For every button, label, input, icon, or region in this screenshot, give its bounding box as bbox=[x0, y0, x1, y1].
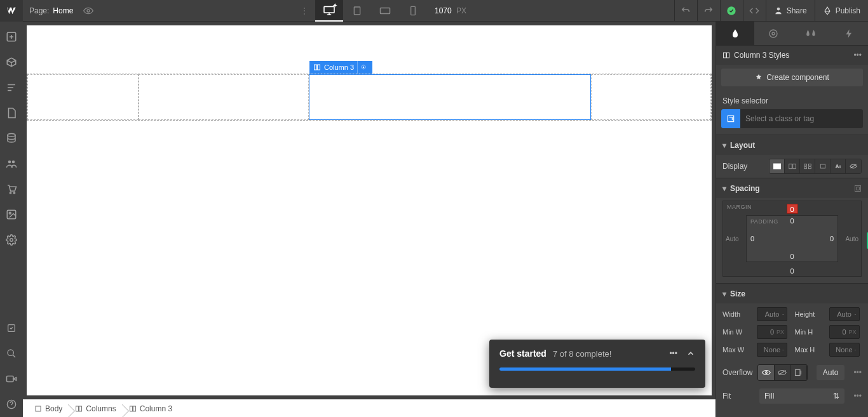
toast-collapse-icon[interactable] bbox=[686, 349, 695, 358]
publish-button[interactable]: Publish bbox=[815, 0, 868, 21]
status-ok-icon[interactable] bbox=[720, 0, 743, 22]
create-component-button[interactable]: Create component bbox=[721, 69, 863, 86]
margin-top-input[interactable]: 0 bbox=[787, 204, 798, 214]
svg-point-22 bbox=[362, 67, 364, 69]
preview-icon[interactable] bbox=[83, 6, 93, 16]
display-inline-block[interactable] bbox=[815, 159, 831, 173]
webflow-logo[interactable] bbox=[0, 0, 23, 22]
more-icon[interactable]: ⋮ bbox=[294, 6, 315, 15]
share-button[interactable]: Share bbox=[766, 0, 815, 21]
svg-rect-25 bbox=[79, 406, 82, 411]
pages-icon[interactable] bbox=[0, 100, 23, 126]
svg-rect-44 bbox=[796, 370, 801, 376]
tab-style[interactable] bbox=[716, 22, 754, 45]
svg-point-10 bbox=[12, 161, 15, 164]
display-inline[interactable] bbox=[831, 159, 846, 173]
overflow-scroll[interactable] bbox=[790, 365, 806, 380]
tab-interactions[interactable] bbox=[792, 22, 831, 45]
display-block[interactable] bbox=[770, 159, 785, 173]
device-desktop[interactable]: ✦ bbox=[315, 0, 343, 22]
breadcrumb-columns[interactable]: Columns bbox=[69, 404, 122, 413]
export-code-icon[interactable] bbox=[743, 0, 766, 22]
min-height-input[interactable]: 0PX bbox=[829, 325, 860, 339]
fit-select[interactable]: Fill ⇅ bbox=[759, 388, 844, 404]
padding-bottom-input[interactable]: 0 bbox=[790, 253, 794, 260]
padding-left-input[interactable]: 0 bbox=[750, 235, 754, 242]
svg-rect-26 bbox=[130, 406, 132, 411]
svg-rect-30 bbox=[724, 53, 726, 58]
column-2[interactable] bbox=[139, 74, 309, 120]
spacing-editor[interactable]: MARGIN 0 0 Auto Auto PADDING 0 0 0 0 bbox=[722, 201, 862, 277]
selection-tag[interactable]: Column 3 bbox=[309, 61, 372, 74]
margin-right-auto[interactable]: Auto bbox=[845, 235, 858, 242]
selection-settings-icon[interactable] bbox=[357, 61, 369, 74]
users-icon[interactable] bbox=[0, 151, 23, 176]
svg-rect-4 bbox=[411, 6, 416, 15]
size-section-header[interactable]: ▾Size bbox=[716, 283, 868, 303]
spacing-section-header[interactable]: ▾Spacing bbox=[716, 178, 868, 198]
navigator-icon[interactable] bbox=[0, 75, 23, 100]
svg-rect-33 bbox=[773, 164, 781, 169]
svg-rect-32 bbox=[728, 116, 733, 121]
device-tablet[interactable] bbox=[343, 0, 371, 22]
padding-right-input[interactable]: 0 bbox=[830, 235, 834, 242]
fit-more-icon[interactable]: ••• bbox=[853, 392, 862, 400]
help-icon[interactable] bbox=[0, 392, 23, 417]
video-tutorials-icon[interactable] bbox=[0, 366, 23, 392]
breadcrumb-body[interactable]: Body bbox=[28, 404, 69, 413]
cms-icon[interactable] bbox=[0, 126, 23, 151]
margin-bottom-input[interactable]: 0 bbox=[790, 267, 794, 275]
svg-rect-41 bbox=[855, 185, 861, 191]
styles-more-icon[interactable]: ••• bbox=[853, 51, 862, 60]
style-panel: Column 3 Styles ••• Create component Sty… bbox=[715, 22, 868, 417]
overflow-more-icon[interactable]: ••• bbox=[853, 368, 862, 377]
page-selector[interactable]: Page: Home bbox=[23, 6, 79, 15]
symbols-icon[interactable] bbox=[0, 50, 23, 75]
column-4[interactable] bbox=[591, 74, 711, 120]
device-mobile[interactable] bbox=[399, 0, 427, 22]
breadcrumb-bar: Body Columns Column 3 bbox=[23, 399, 715, 417]
styles-header: Column 3 Styles ••• bbox=[716, 46, 868, 65]
canvas-width[interactable]: 1070 PX bbox=[427, 6, 474, 15]
display-label: Display bbox=[722, 162, 754, 171]
settings-icon[interactable] bbox=[0, 227, 23, 253]
toast-more-icon[interactable]: ••• bbox=[669, 349, 677, 358]
max-width-input[interactable]: None- bbox=[757, 343, 787, 357]
display-grid[interactable] bbox=[800, 159, 815, 173]
undo-icon[interactable] bbox=[674, 0, 697, 22]
breadcrumb-column3[interactable]: Column 3 bbox=[123, 404, 179, 413]
margin-left-auto[interactable]: Auto bbox=[726, 235, 739, 242]
overflow-hidden[interactable] bbox=[775, 365, 790, 380]
overflow-visible[interactable] bbox=[758, 365, 774, 380]
ecommerce-icon[interactable] bbox=[0, 176, 23, 202]
columns-element[interactable]: Column 3 bbox=[27, 74, 712, 121]
max-height-input[interactable]: None- bbox=[829, 343, 860, 357]
tab-settings[interactable] bbox=[754, 22, 792, 45]
svg-rect-23 bbox=[36, 406, 41, 411]
tab-effects[interactable] bbox=[830, 22, 868, 45]
padding-top-input[interactable]: 0 bbox=[790, 217, 794, 225]
svg-rect-39 bbox=[808, 167, 811, 169]
assets-icon[interactable] bbox=[0, 202, 23, 227]
left-toolbar bbox=[0, 22, 23, 417]
add-element-icon[interactable] bbox=[0, 24, 23, 50]
min-width-input[interactable]: 0PX bbox=[757, 325, 787, 339]
search-icon[interactable] bbox=[0, 341, 23, 366]
layout-section-header[interactable]: ▾Layout bbox=[716, 135, 868, 155]
display-flex[interactable] bbox=[785, 159, 800, 173]
display-none[interactable] bbox=[846, 159, 861, 173]
svg-rect-42 bbox=[857, 187, 860, 190]
redo-icon[interactable] bbox=[697, 0, 720, 22]
svg-rect-3 bbox=[380, 8, 390, 13]
style-selector[interactable]: Select a class or tag bbox=[721, 109, 863, 128]
height-input[interactable]: Auto- bbox=[829, 307, 860, 321]
audit-icon[interactable] bbox=[0, 315, 23, 341]
width-input[interactable]: Auto- bbox=[757, 307, 787, 321]
column-3-selected[interactable]: Column 3 bbox=[309, 74, 591, 120]
overflow-auto[interactable]: Auto bbox=[817, 365, 845, 380]
toast-progress bbox=[499, 367, 695, 371]
column-1[interactable] bbox=[27, 74, 139, 120]
spacing-expand-icon[interactable] bbox=[854, 185, 862, 192]
svg-point-15 bbox=[10, 239, 13, 242]
device-tablet-landscape[interactable] bbox=[371, 0, 399, 22]
